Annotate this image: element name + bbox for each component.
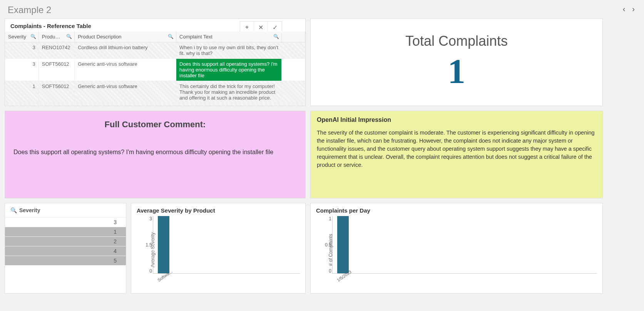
table-cell[interactable]: When i try to use my own drill bits, the… [176, 42, 282, 59]
ai-impression-body: The severity of the customer complaint i… [317, 129, 596, 169]
severity-filter-item[interactable]: 2 [5, 236, 126, 246]
search-icon[interactable]: 🔍 [30, 34, 36, 39]
close-icon: ✕ [258, 24, 263, 31]
table-cell-spacer [282, 59, 305, 81]
prev-sheet-button[interactable]: ‹ [621, 4, 628, 14]
complaints-per-day-chart-card: Complaints per Day # of Complaints 1 0.5… [310, 203, 603, 294]
table-cell[interactable]: perfect [176, 103, 282, 106]
table-cell[interactable]: 3 [5, 42, 38, 59]
search-icon[interactable]: 🔍 [168, 34, 174, 39]
severity-filter-card: 🔍 Severity 31245 [5, 203, 126, 294]
table-cell[interactable]: This certainly did the trick for my comp… [176, 81, 282, 103]
table-cell[interactable]: Cordless drill lithium-ion battery [75, 42, 176, 59]
table-cell[interactable]: Generic anti-virus software [75, 81, 176, 103]
table-cell[interactable]: SOFT56012 [38, 59, 74, 81]
page-title: Example 2 [0, 0, 644, 18]
lasso-icon: ⌖ [245, 24, 249, 31]
col-product-id[interactable]: Produ…🔍 [38, 32, 74, 42]
sheet-nav: ‹ › [621, 4, 637, 14]
table-row[interactable]: 1SOFT56012Generic anti-virus softwareThi… [5, 81, 305, 103]
table-cell-spacer [282, 81, 305, 103]
table-cell[interactable]: 3 [5, 59, 38, 81]
search-icon: 🔍 [10, 207, 17, 213]
full-comment-body: Does this support all operating systems?… [13, 149, 297, 156]
table-cell[interactable]: RENO10742 [38, 42, 74, 59]
total-complaints-label: Total Complaints [405, 33, 508, 49]
search-icon[interactable]: 🔍 [66, 34, 72, 39]
full-comment-title: Full Customer Comment: [13, 120, 297, 130]
ytick: 0.5 [321, 242, 331, 248]
table-cell[interactable]: SOFT70207 [38, 103, 74, 106]
severity-filter-list: 31245 [5, 217, 126, 265]
col-spacer [282, 32, 305, 42]
col-complaint[interactable]: Complaint Text🔍 [176, 32, 282, 42]
search-icon[interactable]: 🔍 [273, 34, 279, 39]
col-severity-label: Severity [8, 34, 26, 40]
col-product-id-label: Produ… [42, 34, 60, 40]
table-row[interactable]: 3RENO10742Cordless drill lithium-ion bat… [5, 42, 305, 59]
col-product-desc-label: Product Description [78, 34, 121, 40]
col-complaint-label: Complaint Text [179, 34, 212, 40]
total-complaints-value: 1 [448, 51, 465, 91]
severity-filter-title: Severity [19, 207, 40, 213]
complaints-table-card: Complaints - Reference Table ⌖ ✕ ✓ Sever… [5, 18, 306, 106]
table-cell[interactable]: Does this support all operating systems?… [176, 59, 282, 81]
table-cell-spacer [282, 42, 305, 59]
col-severity[interactable]: Severity🔍 [5, 32, 38, 42]
ai-impression-title: OpenAI Initial Impression [317, 116, 596, 123]
col-product-desc[interactable]: Product Description🔍 [75, 32, 176, 42]
table-row[interactable]: 3SOFT56012Generic anti-virus softwareDoe… [5, 59, 305, 81]
avg-severity-chart[interactable]: Average Severity 3 1.5 0 Softwa… [153, 216, 300, 283]
avg-severity-chart-title: Average Severity by Product [131, 203, 305, 216]
ytick: 0 [141, 268, 152, 274]
full-comment-card: Full Customer Comment: Does this support… [5, 111, 306, 198]
complaints-per-day-chart[interactable]: # of Complaints 1 0.5 0 1/5/2023 [332, 216, 597, 283]
complaints-per-day-chart-title: Complaints per Day [311, 203, 602, 216]
total-complaints-card: Total Complaints 1 [310, 18, 603, 106]
chart-bar[interactable] [158, 216, 169, 273]
severity-filter-item[interactable]: 4 [5, 246, 126, 256]
table-cell[interactable]: 1 [5, 103, 38, 106]
check-icon: ✓ [273, 24, 278, 31]
complaints-table[interactable]: Severity🔍 Produ…🔍 Product Description🔍 C… [5, 32, 305, 106]
avg-severity-chart-card: Average Severity by Product Average Seve… [131, 203, 306, 294]
table-cell[interactable]: Enterprise VPN [75, 103, 176, 106]
ytick: 3 [141, 216, 152, 221]
severity-filter-header[interactable]: 🔍 Severity [5, 203, 126, 217]
next-sheet-button[interactable]: › [630, 4, 637, 14]
severity-filter-item[interactable]: 5 [5, 256, 126, 265]
ytick: 0 [321, 268, 331, 274]
table-cell[interactable]: 1 [5, 81, 38, 103]
ytick: 1.5 [141, 242, 152, 248]
severity-filter-item[interactable]: 1 [5, 227, 126, 236]
table-cell[interactable]: Generic anti-virus software [75, 59, 176, 81]
table-cell[interactable]: SOFT56012 [38, 81, 74, 103]
table-cell-spacer [282, 103, 305, 106]
ytick: 1 [321, 216, 331, 221]
chart-bar[interactable] [337, 216, 349, 273]
severity-filter-item[interactable]: 3 [5, 217, 126, 227]
table-row[interactable]: 1SOFT70207Enterprise VPNperfect [5, 103, 305, 106]
ai-impression-card: OpenAI Initial Impression The severity o… [310, 111, 603, 198]
